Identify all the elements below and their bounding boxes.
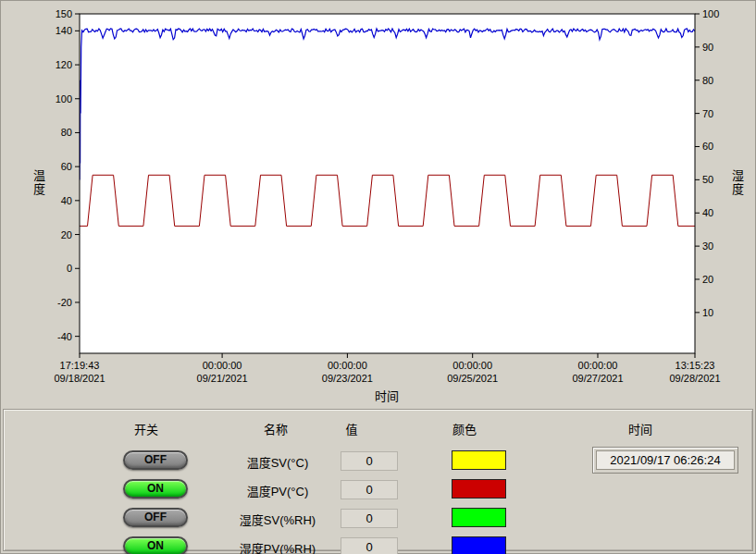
x-axis-time-label: 17:19:43 (60, 360, 100, 371)
left-axis-tick-label: 80 (61, 127, 72, 138)
left-axis-tick-label: 0 (67, 263, 72, 274)
header-color: 颜色 (452, 420, 477, 437)
header-value: 值 (345, 420, 357, 437)
x-axis-time-label: 00:00:00 (452, 360, 492, 371)
channel-color-swatch[interactable] (452, 508, 506, 527)
x-axis-time-label: 00:00:00 (328, 360, 367, 371)
left-axis-tick-label: -20 (57, 297, 72, 308)
channel-name: 温度PV(°C) (224, 482, 331, 499)
left-axis-tick-label: -40 (57, 331, 72, 342)
left-axis-tick-label: 60 (61, 161, 72, 172)
x-axis-time-label: 00:00:00 (203, 360, 242, 371)
app-window: 150140120100806040200-20-401009080706050… (0, 0, 756, 554)
x-axis-date-label: 09/21/2021 (197, 373, 248, 384)
right-axis-tick-label: 70 (702, 108, 713, 119)
channel-value: 0 (341, 451, 398, 471)
left-axis-tick-label: 140 (56, 25, 72, 36)
header-time: 时间 (628, 420, 652, 437)
right-axis-title: 湿度 (728, 169, 746, 197)
left-axis-tick-label: 120 (56, 59, 72, 70)
channel-color-swatch[interactable] (452, 536, 506, 554)
channel-color-swatch[interactable] (452, 479, 506, 499)
left-axis-tick-label: 100 (56, 93, 72, 105)
right-axis-tick-label: 90 (702, 42, 713, 53)
channel-color-swatch[interactable] (452, 450, 506, 470)
x-axis-time-label: 00:00:00 (578, 360, 618, 371)
right-axis-tick-label: 80 (702, 75, 713, 86)
toggle-humid-pv[interactable]: ON (123, 536, 188, 554)
right-axis-tick-label: 10 (702, 307, 713, 318)
header-name: 名称 (264, 420, 288, 437)
right-axis-tick-label: 50 (702, 174, 713, 185)
channel-name: 温度SV(°C) (224, 453, 331, 471)
right-axis-tick-label: 30 (702, 240, 713, 252)
right-axis-tick-label: 40 (702, 207, 713, 218)
right-axis-tick-label: 20 (702, 274, 713, 285)
x-axis-date-label: 09/23/2021 (322, 373, 373, 384)
toggle-temp-sv[interactable]: OFF (123, 450, 188, 470)
right-axis-tick-label: 60 (702, 141, 713, 152)
left-axis-tick-label: 40 (61, 195, 72, 206)
x-axis-title: 时间 (364, 387, 410, 404)
channel-name: 湿度PV(%RH) (224, 539, 331, 554)
toggle-humid-sv[interactable]: OFF (123, 508, 188, 527)
control-panel: 开关 名称 值 颜色 时间 OFF 温度SV(°C) 0 2021/09/17 … (3, 409, 753, 551)
channel-name: 湿度SV(%RH) (224, 511, 331, 528)
left-axis-title: 温度 (30, 169, 47, 197)
x-axis-date-label: 09/25/2021 (447, 373, 498, 384)
x-axis-time-label: 13:15:23 (675, 360, 715, 371)
channel-row-temp-pv: ON 温度PV(°C) 0 (4, 479, 752, 501)
channel-value: 0 (341, 480, 398, 499)
trend-chart: 150140120100806040200-20-401009080706050… (1, 1, 756, 408)
toggle-temp-pv[interactable]: ON (123, 479, 188, 499)
header-switch: 开关 (134, 420, 158, 437)
time-display: 2021/09/17 06:26:24 (592, 447, 738, 474)
channel-row-humid-sv: OFF 湿度SV(%RH) 0 (4, 508, 752, 530)
time-display-value: 2021/09/17 06:26:24 (596, 450, 735, 470)
x-axis-date-label: 09/28/2021 (669, 373, 720, 384)
channel-value: 0 (341, 537, 398, 554)
trend-chart-canvas: 150140120100806040200-20-401009080706050… (1, 1, 756, 408)
left-axis-tick-label: 150 (56, 8, 72, 19)
x-axis-date-label: 09/18/2021 (54, 373, 105, 384)
channel-row-humid-pv: ON 湿度PV(%RH) 0 (4, 536, 752, 554)
left-axis-tick-label: 20 (61, 229, 72, 240)
right-axis-tick-label: 100 (702, 8, 719, 19)
channel-row-temp-sv: OFF 温度SV(°C) 0 2021/09/17 06:26:24 (4, 450, 752, 473)
channel-value: 0 (341, 509, 398, 528)
x-axis-date-label: 09/27/2021 (572, 373, 623, 384)
plot-background (80, 14, 695, 353)
